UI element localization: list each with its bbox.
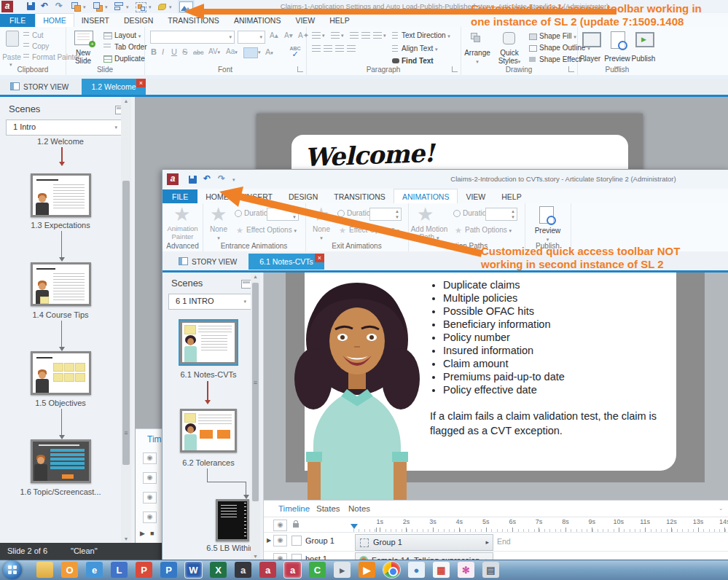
arrange-button[interactable]: Arrange▾ [461,49,494,65]
slide-thumbnail[interactable] [31,351,91,395]
animation-painter-button[interactable]: AnimationPainter [163,225,203,240]
taskbar-item-notes-app[interactable]: ▤ [482,562,499,578]
player-button[interactable]: Player [577,55,603,63]
timeline-tab[interactable]: Tim [147,434,162,444]
path-options-button[interactable]: Path Options ▾ [465,226,512,234]
save-icon[interactable] [27,2,35,10]
taskbar-item-excel[interactable]: X [210,562,227,578]
exit-effect-options-button[interactable]: Effect Options ▾ [349,226,399,234]
quick-styles-button[interactable]: QuickStyles▾ [493,49,526,66]
qat-customize-icon[interactable]: ▾ [232,177,235,183]
dropdown-caret-icon[interactable]: ▾ [383,33,386,39]
eye-icon[interactable]: ◉ [143,472,157,484]
slide-thumbnail[interactable] [31,173,91,217]
scene-select[interactable]: 1 Intro ▾ [6,119,122,136]
entrance-effect-options-button[interactable]: Effect Options ▾ [246,226,297,234]
redo-icon[interactable]: ↷ [55,1,63,11]
new-slide-button[interactable]: NewSlide [67,49,99,65]
scene-item-label[interactable]: 1.5 Objectives [6,399,115,407]
taskbar-item-blue-sphere[interactable]: ● [408,562,425,578]
format-effects-icon[interactable] [157,2,167,11]
find-text-button[interactable]: Find Text [402,57,434,65]
layout-button[interactable]: Layout ▾ [114,31,141,39]
scrollbar-thumb[interactable] [252,283,259,501]
tab-insert[interactable]: INSERT [237,189,281,204]
scroll-up-icon[interactable]: ▲ [251,274,260,279]
tab-file[interactable]: FILE [163,189,197,204]
scroll-down-icon[interactable]: ▼ [251,554,260,559]
change-case-button[interactable]: Aa▾ [226,47,238,55]
scenes-scrollbar[interactable]: ▲ ≡ ▼ [251,273,260,560]
exit-none-button[interactable]: None▾ [305,225,337,241]
undo-icon[interactable]: ↶ [41,1,48,11]
dropdown-caret-icon[interactable]: ▾ [149,4,152,10]
collapse-panel-icon[interactable] [241,280,251,289]
row-name[interactable]: Group 1 [305,536,334,545]
scroll-up-icon[interactable]: ▲ [121,98,131,103]
char-spacing-button[interactable]: AV▾ [208,47,220,55]
play-icon[interactable]: ▶ [140,530,145,537]
paste-icon[interactable] [6,31,19,47]
taskbar-item-app-grid[interactable]: ▦ [433,562,450,578]
dropdown-caret-icon[interactable]: ▾ [258,50,261,55]
bullets-icon[interactable] [312,32,321,39]
dropdown-caret-icon[interactable]: ▾ [126,4,129,10]
taskbar-item-lectora[interactable]: L [111,562,128,578]
slide-thumbnail-selected[interactable] [180,321,237,364]
spellcheck-button[interactable]: ABC ✓ [287,46,303,58]
slide-tab-active[interactable]: 6.1 Notes-CVTs× [248,254,324,270]
redo-icon[interactable]: ↷ [218,173,225,184]
exit-duration-spinner[interactable]: ▲▼ [369,208,402,221]
preview-button[interactable]: Preview▾ [525,227,571,243]
drawing-dialog-launcher-icon[interactable] [568,66,574,72]
taskbar-item-media-player[interactable]: ▶ [359,562,375,578]
eye-icon[interactable]: ◉ [273,535,287,546]
character-illustration[interactable] [293,277,421,500]
taskbar-item-flower-app[interactable]: ✻ [458,562,474,578]
taskbar-item-storyline-2[interactable]: a [284,562,301,578]
slide-tab-active[interactable]: 1.2 Welcome× [82,79,146,95]
scroll-down-icon[interactable]: ▼ [121,536,131,541]
tab-insert[interactable]: INSERT [74,14,117,28]
font-name-combo[interactable]: ▾ [150,31,235,44]
line-spacing-icon[interactable] [373,32,382,39]
tab-home[interactable]: HOME [35,13,74,28]
align-right-icon[interactable] [335,45,344,52]
taskbar-item-articulate-dark[interactable]: a [235,562,251,578]
motion-duration-spinner[interactable]: ▲▼ [485,208,517,221]
row-checkbox[interactable] [291,536,302,546]
entrance-duration-spinner[interactable]: ▲▼ [267,208,299,221]
shrink-font-icon[interactable]: A▾ [284,31,293,39]
dropdown-caret-icon[interactable]: ▾ [341,33,344,39]
tab-help[interactable]: HELP [322,14,356,28]
publish-button[interactable]: Publish [628,55,659,63]
copy-button[interactable]: Copy [32,42,49,50]
story-view-tab[interactable]: STORY VIEW [10,79,77,95]
scene-item-label[interactable]: 6.1 Notes-CVTs [165,370,251,379]
slide-thumbnail[interactable] [180,409,237,452]
font-color-button[interactable]: A▾ [265,47,273,56]
taskbar-item-app-c-green[interactable]: C [309,562,326,578]
tab-transitions[interactable]: TRANSITIONS [326,189,394,204]
stop-icon[interactable]: ■ [150,530,154,537]
save-icon[interactable] [189,176,197,184]
dropdown-caret-icon[interactable]: ▾ [169,4,172,10]
slide-thumbnail[interactable] [31,262,91,306]
scene-item-label[interactable]: 6.2 Tolerances [165,458,251,467]
eye-icon[interactable]: ◉ [143,452,157,464]
tab-view[interactable]: VIEW [458,189,493,204]
add-motion-path-button[interactable]: Add MotionPath ▾ [408,225,450,242]
italic-button[interactable]: I [162,47,164,56]
align-center-icon[interactable] [324,45,332,52]
tab-home[interactable]: HOME [197,189,237,204]
font-dialog-launcher-icon[interactable] [297,66,303,72]
close-tab-icon[interactable]: × [315,254,324,262]
windows-start-button[interactable] [3,560,22,579]
scene-item-label[interactable]: 1.3 Expectations [6,221,115,230]
align-left-icon[interactable] [312,45,321,52]
slide-thumbnail[interactable] [216,499,249,541]
tab-animations[interactable]: ANIMATIONS [227,14,289,28]
notes-tab[interactable]: Notes [348,504,370,513]
lock-column-icon[interactable] [293,523,299,528]
highlight-color-button[interactable] [243,47,258,58]
